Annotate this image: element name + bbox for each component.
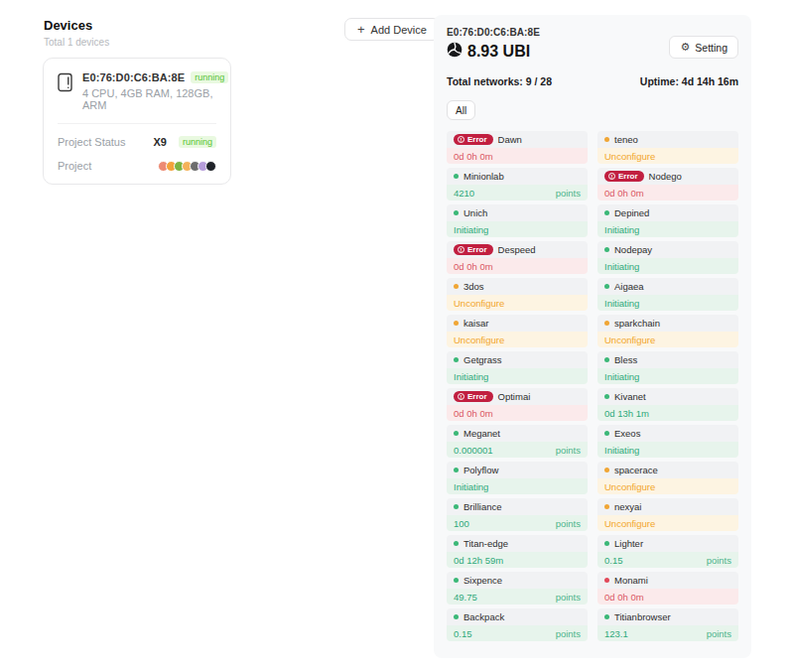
- network-name: Nodepay: [614, 244, 652, 255]
- network-value-row: Initiating: [447, 221, 588, 237]
- card-divider: [58, 123, 216, 124]
- network-card[interactable]: Aigaea Initiating: [597, 278, 738, 311]
- left-header: Devices Total 1 devices: [44, 18, 109, 48]
- network-name: Despeed: [498, 244, 536, 255]
- network-name: Sixpence: [463, 575, 502, 586]
- network-value: 0d 0h 0m: [454, 408, 493, 419]
- network-value-row: 100 points: [447, 515, 588, 531]
- network-value: 0d 0h 0m: [454, 151, 493, 162]
- network-name: teneo: [614, 134, 638, 145]
- network-card[interactable]: Brilliance 100 points: [447, 498, 588, 531]
- network-card[interactable]: Meganet 0.000001 points: [447, 425, 588, 458]
- network-card-header: !Error Dawn: [447, 131, 588, 148]
- error-icon: !: [458, 393, 464, 400]
- points-label: points: [556, 628, 581, 639]
- network-card[interactable]: Unich Initiating: [447, 204, 588, 237]
- status-dot: [604, 468, 609, 472]
- network-card-header: Titan-edge: [447, 535, 588, 552]
- status-dot: [454, 357, 459, 362]
- device-detail-panel: E0:76:D0:C6:BA:8E 8.93 UBI: [434, 15, 751, 658]
- project-status-value: X9: [154, 136, 167, 148]
- network-card[interactable]: Polyflow Initiating: [447, 462, 588, 494]
- page-title: Devices: [44, 18, 109, 33]
- network-value-row: Unconfigure: [597, 478, 738, 494]
- network-card-header: nexyai: [597, 498, 738, 515]
- status-dot: [454, 614, 459, 619]
- error-label: Error: [618, 172, 638, 181]
- network-card[interactable]: Titan-edge 0d 12h 59m: [447, 535, 588, 568]
- error-badge: !Error: [454, 134, 493, 145]
- page-subtitle: Total 1 devices: [44, 37, 109, 48]
- error-badge: !Error: [604, 171, 644, 182]
- error-icon: !: [458, 246, 464, 253]
- network-card-header: Aigaea: [597, 278, 738, 295]
- network-card[interactable]: Sixpence 49.75 points: [447, 572, 588, 605]
- network-name: Dawn: [498, 134, 522, 145]
- network-card[interactable]: !Error Nodego 0d 0h 0m: [597, 168, 738, 201]
- network-card[interactable]: kaisar Unconfigure: [447, 315, 588, 347]
- device-specs: 4 CPU, 4GB RAM, 128GB, ARM: [82, 87, 228, 111]
- network-value-row: Initiating: [597, 258, 738, 274]
- error-badge: !Error: [454, 244, 493, 255]
- network-value: Initiating: [604, 371, 639, 382]
- network-value: 49.75: [454, 592, 477, 603]
- network-value: Unconfigure: [604, 481, 655, 492]
- network-grid: !Error Dawn 0d 0h 0m teneo Unconfigure M…: [447, 131, 738, 641]
- network-card-header: Kivanet: [597, 388, 738, 405]
- network-card-header: Polyflow: [447, 462, 588, 478]
- network-card[interactable]: Monami 0d 0h 0m: [597, 572, 738, 605]
- network-value-row: Unconfigure: [597, 332, 738, 347]
- network-card[interactable]: teneo Unconfigure: [597, 131, 738, 164]
- network-card[interactable]: Backpack 0.15 points: [447, 608, 588, 641]
- network-card[interactable]: Getgrass Initiating: [447, 351, 588, 384]
- network-value: Initiating: [604, 298, 639, 309]
- total-networks: Total networks: 9 / 28: [447, 75, 552, 87]
- network-card[interactable]: Depined Initiating: [597, 204, 738, 237]
- network-card[interactable]: Nodepay Initiating: [597, 241, 738, 274]
- add-device-button[interactable]: + Add Device: [344, 18, 440, 41]
- network-card[interactable]: !Error Dawn 0d 0h 0m: [447, 131, 588, 164]
- network-value: Unconfigure: [604, 518, 655, 529]
- plus-icon: +: [357, 23, 365, 36]
- network-card-header: Depined: [597, 204, 738, 221]
- network-name: Titan-edge: [463, 538, 508, 549]
- network-name: Getgrass: [463, 354, 502, 365]
- setting-button[interactable]: ⚙ Setting: [669, 36, 738, 59]
- device-icon: [58, 72, 73, 96]
- project-status-label: Project Status: [58, 136, 125, 148]
- network-value: 123.1: [604, 628, 628, 639]
- network-value: Initiating: [454, 224, 488, 235]
- network-card-header: Getgrass: [447, 351, 588, 368]
- network-card[interactable]: spacerace Unconfigure: [597, 462, 738, 494]
- network-card[interactable]: Minionlab 4210 points: [447, 168, 588, 201]
- filter-all-tab[interactable]: All: [447, 100, 475, 120]
- network-value-row: 0.000001 points: [447, 442, 588, 458]
- device-card[interactable]: E0:76:D0:C6:BA:8E running 4 CPU, 4GB RAM…: [43, 58, 231, 185]
- network-card[interactable]: Exeos Initiating: [597, 425, 738, 458]
- device-mac: E0:76:D0:C6:BA:8E: [82, 71, 185, 83]
- network-value-row: 0d 13h 1m: [597, 405, 738, 421]
- status-dot: [604, 284, 609, 289]
- status-dot: [454, 174, 459, 179]
- network-card[interactable]: !Error Despeed 0d 0h 0m: [447, 241, 588, 274]
- status-dot: [604, 321, 609, 326]
- network-card[interactable]: 3dos Unconfigure: [447, 278, 588, 311]
- panel-stats: Total networks: 9 / 28 Uptime: 4d 14h 16…: [447, 75, 738, 87]
- network-card[interactable]: Kivanet 0d 13h 1m: [597, 388, 738, 421]
- network-card[interactable]: Titianbrowser 123.1 points: [597, 608, 738, 641]
- network-value-row: Initiating: [597, 221, 738, 237]
- network-value-row: 0d 0h 0m: [597, 589, 738, 605]
- network-card[interactable]: Lighter 0.15 points: [597, 535, 738, 568]
- ubi-coin-icon: [447, 42, 463, 62]
- project-status-row: Project Status X9 running: [58, 136, 216, 148]
- network-value: Initiating: [604, 261, 639, 272]
- network-card[interactable]: Bless Initiating: [597, 351, 738, 384]
- network-card[interactable]: nexyai Unconfigure: [597, 498, 738, 531]
- network-name: Kivanet: [614, 391, 646, 402]
- network-name: Monami: [614, 575, 648, 586]
- add-device-label: Add Device: [371, 24, 427, 36]
- network-card[interactable]: !Error Optimai 0d 0h 0m: [447, 388, 588, 421]
- network-value-row: 0d 0h 0m: [597, 185, 738, 201]
- network-card[interactable]: sparkchain Unconfigure: [597, 315, 738, 347]
- status-dot: [604, 504, 609, 509]
